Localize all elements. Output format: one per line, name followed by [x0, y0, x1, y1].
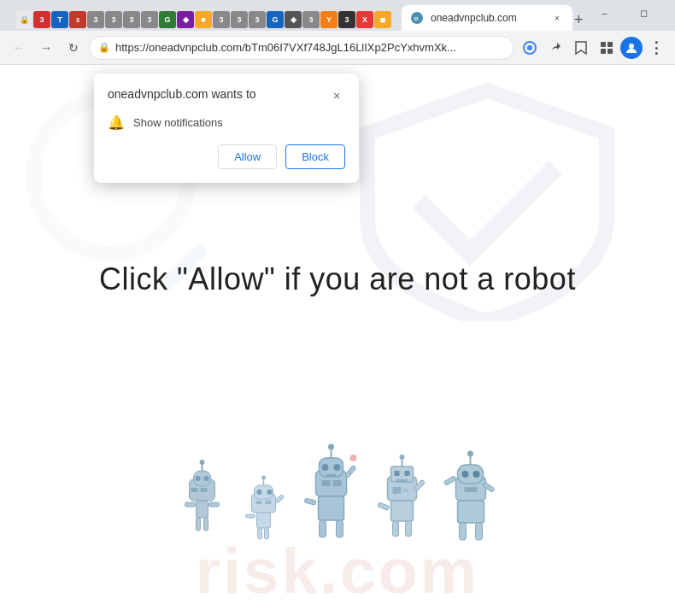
- svg-point-24: [257, 490, 262, 495]
- ext-icon-4: 3: [69, 11, 86, 28]
- ext-icon-21: ■: [374, 11, 391, 28]
- close-button[interactable]: ✕: [664, 0, 675, 26]
- ext-icon-2: 3: [33, 11, 50, 28]
- svg-rect-54: [396, 479, 408, 483]
- svg-rect-46: [320, 520, 326, 537]
- robot-4: [373, 449, 432, 548]
- svg-point-75: [467, 451, 473, 457]
- svg-rect-52: [395, 471, 400, 476]
- address-bar[interactable]: 🔒 https://oneadvnpclub.com/bTm06I7VXf748…: [89, 36, 514, 60]
- chrome-window: 🔒 3 T 3 3 3 3 3 G ◆ ■ 3 3 3 G ◈ 3 Y 3 X: [0, 0, 675, 616]
- back-button[interactable]: ←: [7, 36, 31, 60]
- forward-button[interactable]: →: [34, 36, 58, 60]
- tab-favicon: o: [410, 11, 424, 25]
- svg-point-3: [527, 45, 532, 50]
- google-search-icon[interactable]: [518, 36, 542, 60]
- ext-icon-14: 3: [249, 11, 266, 28]
- svg-rect-27: [266, 501, 272, 504]
- extensions-strip: 🔒 3 T 3 3 3 3 3 G ◆ ■ 3 3 3 G ◈ 3 Y 3 X: [15, 11, 391, 28]
- svg-point-38: [334, 464, 341, 471]
- tab-active[interactable]: o oneadvnpclub.com ×: [402, 5, 572, 31]
- robot-2: [239, 466, 291, 548]
- ext-icon-7: 3: [123, 11, 140, 28]
- svg-point-37: [322, 464, 329, 471]
- ext-icon-5: 3: [87, 11, 104, 28]
- ext-icon-8: 3: [141, 11, 158, 28]
- svg-rect-31: [258, 528, 262, 539]
- ext-icon-19: 3: [338, 11, 355, 28]
- svg-rect-28: [257, 513, 271, 528]
- block-button[interactable]: Block: [285, 144, 345, 169]
- svg-rect-60: [393, 521, 399, 537]
- svg-rect-16: [185, 502, 196, 507]
- svg-rect-61: [406, 521, 412, 537]
- new-tab-button[interactable]: +: [574, 9, 584, 31]
- svg-rect-42: [319, 496, 344, 520]
- bookmark-icon[interactable]: [569, 36, 593, 60]
- svg-rect-55: [393, 487, 402, 494]
- svg-point-21: [200, 460, 205, 465]
- share-icon[interactable]: [543, 36, 567, 60]
- svg-rect-18: [197, 518, 201, 531]
- svg-rect-32: [265, 528, 269, 539]
- svg-rect-47: [337, 520, 343, 537]
- allow-button[interactable]: Allow: [218, 144, 277, 169]
- svg-rect-57: [391, 501, 414, 521]
- robot-1: [173, 454, 232, 548]
- svg-rect-13: [191, 488, 198, 492]
- svg-rect-53: [405, 471, 410, 476]
- svg-rect-26: [256, 501, 262, 504]
- ext-icon-16: ◈: [285, 11, 302, 28]
- svg-rect-19: [204, 518, 208, 531]
- tab-close-button[interactable]: ×: [550, 11, 564, 25]
- extensions-button[interactable]: [595, 36, 619, 60]
- svg-point-63: [400, 455, 405, 460]
- svg-rect-4: [601, 42, 606, 47]
- svg-rect-70: [444, 476, 457, 485]
- menu-button[interactable]: ⋮: [644, 36, 668, 60]
- toolbar: ← → ↻ 🔒 https://oneadvnpclub.com/bTm06I7…: [0, 31, 675, 65]
- ext-icon-20: X: [356, 11, 373, 28]
- svg-rect-39: [322, 480, 331, 486]
- svg-rect-69: [458, 501, 484, 523]
- svg-rect-72: [460, 523, 467, 540]
- minimize-button[interactable]: –: [585, 0, 625, 26]
- svg-rect-73: [476, 523, 483, 540]
- popup-close-button[interactable]: ×: [328, 87, 345, 104]
- svg-point-11: [196, 476, 201, 481]
- robot-3: [297, 437, 366, 548]
- ext-icon-1: 🔒: [15, 11, 32, 28]
- svg-rect-7: [608, 49, 613, 54]
- svg-rect-29: [246, 514, 255, 518]
- svg-point-25: [267, 490, 273, 495]
- ext-icon-12: 3: [213, 11, 230, 28]
- svg-rect-5: [608, 42, 613, 47]
- svg-rect-44: [345, 466, 356, 478]
- toolbar-right: ⋮: [518, 36, 668, 60]
- tab-inactive[interactable]: 🔒 3 T 3 3 3 3 3 G ◆ ■ 3 3 3 G ◈ 3 Y 3 X: [7, 9, 400, 31]
- profile-button[interactable]: [620, 37, 643, 59]
- svg-point-49: [328, 444, 334, 450]
- svg-rect-43: [304, 498, 316, 505]
- robots-illustration: [173, 437, 503, 548]
- bell-icon: 🔔: [108, 114, 125, 131]
- tab-label: oneadvnpclub.com: [431, 12, 543, 24]
- svg-rect-40: [333, 480, 342, 486]
- ext-icon-3: T: [51, 11, 68, 28]
- svg-rect-17: [209, 502, 220, 507]
- ext-icon-6: 3: [105, 11, 122, 28]
- svg-rect-68: [465, 487, 478, 492]
- lock-icon: 🔒: [98, 42, 110, 53]
- reload-button[interactable]: ↻: [62, 36, 85, 60]
- svg-rect-6: [601, 49, 606, 54]
- svg-rect-15: [197, 501, 208, 518]
- ext-icon-13: 3: [231, 11, 248, 28]
- svg-point-12: [204, 476, 209, 481]
- window-controls: – ◻ ✕: [585, 0, 675, 31]
- popup-notification-row: 🔔 Show notifications: [108, 114, 345, 131]
- svg-rect-41: [326, 474, 337, 477]
- restore-button[interactable]: ◻: [625, 0, 664, 26]
- notification-popup: oneadvnpclub.com wants to × 🔔 Show notif…: [94, 73, 359, 183]
- popup-buttons: Allow Block: [108, 144, 345, 169]
- svg-point-45: [350, 455, 357, 461]
